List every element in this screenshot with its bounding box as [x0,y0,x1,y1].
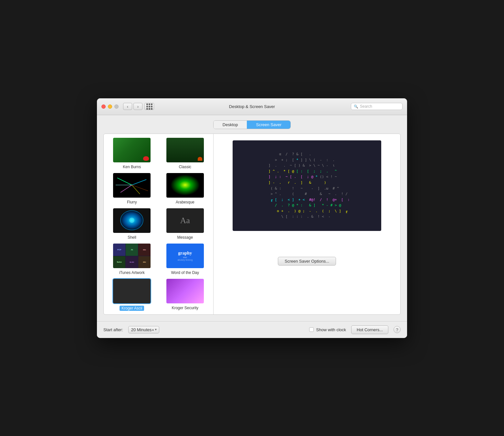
message-thumb: Aa [166,208,205,234]
search-box[interactable]: 🔍 [351,103,403,110]
close-button[interactable] [101,104,106,109]
back-button[interactable]: ‹ [123,103,132,110]
message-label: Message [177,235,193,240]
ascii-art-text: α / ? & [ . > + ; [ * ] ] \ ( - : . ] . … [262,151,352,220]
start-after-label: Start after: [103,327,123,332]
list-item[interactable]: Aa Message [160,208,210,240]
list-item[interactable]: Arabesque [160,172,210,204]
ken-burns-thumb [112,137,151,163]
titlebar: ‹ › Desktop & Screen Saver 🔍 [97,98,407,115]
arabesque-thumb [166,172,205,198]
kroger-ascii-label: Kroger Ascii [120,306,144,311]
classic-label: Classic [179,165,191,169]
nav-buttons: ‹ › [123,103,142,110]
forward-button[interactable]: › [133,103,142,110]
svg-line-3 [121,185,132,192]
kroger-ascii-thumb [112,278,151,304]
show-clock-area: Show with clock [309,327,346,332]
screensaver-list: Ken Burns Classic [104,134,214,314]
arabesque-label: Arabesque [176,200,194,204]
kroger-security-label: Kroger Security [172,306,198,310]
grid-button[interactable] [144,103,154,110]
ken-burns-label: Ken Burns [123,165,141,169]
minimize-button[interactable] [108,104,112,109]
list-item[interactable]: Shell [107,208,157,240]
word-thumb: graphy voc abulary lexicog [166,243,205,269]
main-window: ‹ › Desktop & Screen Saver 🔍 Desktop Scr… [97,98,407,338]
screensaver-grid: Ken Burns Classic [104,134,213,314]
list-item[interactable]: Flurry [107,172,157,204]
kroger-security-thumb [166,278,205,304]
traffic-lights [101,104,119,109]
shell-label: Shell [128,235,136,240]
preview-area: α / ? & [ . > + ; [ * ] ] \ ( - : . ] . … [233,140,381,231]
search-input[interactable] [360,104,400,109]
forward-icon: › [137,104,139,109]
maximize-button[interactable] [114,104,119,109]
hot-corners-button[interactable]: Hot Corners... [351,325,388,334]
svg-point-6 [171,175,200,195]
tab-screensaver[interactable]: Screen Saver [247,121,290,129]
flurry-thumb [112,172,151,198]
svg-line-1 [132,180,146,185]
back-icon: ‹ [127,104,128,109]
start-after-select-wrapper: 20 Minutes 1 Minute 2 Minutes 5 Minutes … [128,326,159,333]
content-area: Desktop Screen Saver Ken Burns [97,115,407,321]
start-after-select[interactable]: 20 Minutes 1 Minute 2 Minutes 5 Minutes … [128,326,159,333]
search-icon: 🔍 [354,104,358,109]
svg-line-0 [117,178,132,185]
tab-container: Desktop Screen Saver [213,120,291,129]
window-title: Desktop & Screen Saver [229,104,275,109]
right-panel: α / ? & [ . > + ; [ * ] ] \ ( - : . ] . … [214,134,400,314]
itunes-label: iTunes Artwork [119,270,145,275]
list-item[interactable]: Classic [160,137,210,169]
help-button[interactable]: ? [394,326,401,333]
screen-saver-options-button[interactable]: Screen Saver Options... [278,257,336,266]
tab-bar: Desktop Screen Saver [103,120,401,129]
message-aa-text: Aa [180,216,190,225]
shell-svg [114,208,150,233]
list-item[interactable]: Kroger Ascii [107,278,157,311]
svg-point-9 [129,218,134,223]
flurry-svg [114,173,150,197]
list-item[interactable]: graphy voc abulary lexicog Word of the D… [160,243,210,275]
list-item[interactable]: Kroger Security [160,278,210,311]
list-item[interactable]: Ken Burns [107,137,157,169]
show-clock-label: Show with clock [316,327,346,332]
grid-icon [146,104,152,110]
classic-thumb [166,137,205,163]
bottom-bar: Start after: 20 Minutes 1 Minute 2 Minut… [97,321,407,338]
word-label: Word of the Day [171,270,199,275]
arabesque-svg [167,173,203,197]
itunes-thumb: POP Alt elec Native BLUES elec [112,243,151,269]
show-clock-checkbox[interactable] [309,327,314,332]
flurry-label: Flurry [127,200,137,204]
ascii-preview: α / ? & [ . > + ; [ * ] ] \ ( - : . ] . … [233,140,381,231]
tab-desktop[interactable]: Desktop [214,121,247,129]
shell-thumb [112,208,151,234]
main-panel: Ken Burns Classic [103,134,401,315]
list-item[interactable]: POP Alt elec Native BLUES elec iTunes Ar… [107,243,157,275]
